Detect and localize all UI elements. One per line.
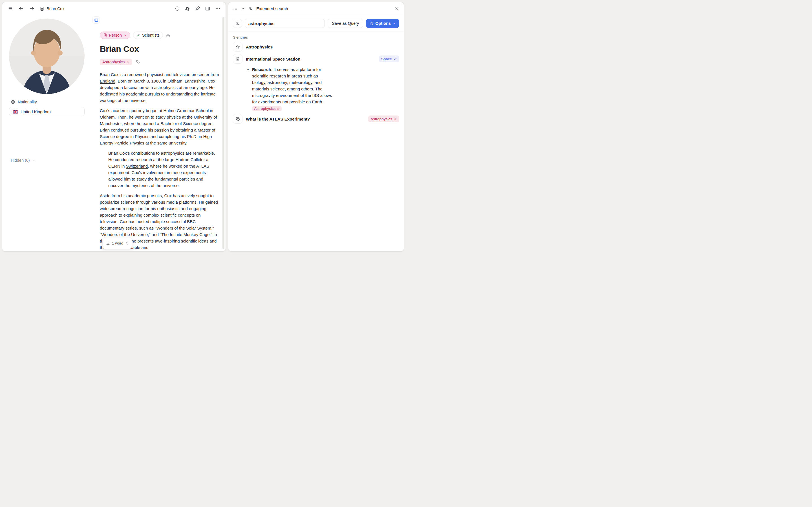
person-card-icon	[103, 33, 107, 37]
paragraph-3: Brian Cox's contributions to astrophysic…	[108, 150, 219, 189]
astrophysics-inline-tag[interactable]: Astrophysics☆	[252, 106, 282, 111]
result-row-astrophysics[interactable]: Astrophysics	[233, 42, 399, 52]
toggle-sidebar-button[interactable]	[93, 16, 100, 24]
satellite-icon	[393, 57, 397, 61]
search-bar: Save as Query Options	[229, 15, 404, 32]
graph-view-button[interactable]	[185, 6, 190, 11]
entries-count: 3 entries	[233, 35, 399, 40]
tag-label: Astrophysics	[102, 60, 124, 64]
globe-icon	[11, 100, 15, 104]
document-area: Person	[95, 15, 225, 251]
list-icon	[7, 6, 13, 11]
star-object-button[interactable]	[233, 42, 243, 52]
archive-button[interactable]	[166, 33, 170, 38]
save-as-query-button[interactable]: Save as Query	[327, 19, 363, 28]
nationality-value: United Kingdom	[20, 109, 51, 114]
paragraph-2: Cox's academic journey began at Hulme Gr…	[100, 107, 219, 146]
search-list-icon	[235, 21, 240, 26]
options-button[interactable]: Options	[366, 19, 399, 28]
document-icon	[236, 57, 240, 61]
star-icon: ☆	[126, 60, 130, 64]
excerpt-bold: Research	[252, 67, 271, 72]
nationality-value-field[interactable]: United Kingdom	[9, 107, 85, 116]
uk-flag-icon	[13, 110, 18, 114]
panel-header: Extended search	[229, 2, 404, 15]
focus-mode-button[interactable]	[174, 6, 180, 11]
forward-button[interactable]	[29, 6, 35, 11]
dashed-circle-icon	[174, 6, 180, 11]
astrophysics-result-tag[interactable]: Astrophysics ☆	[368, 115, 399, 122]
note-window: Brian Cox	[2, 2, 225, 251]
back-button[interactable]	[18, 6, 24, 11]
chat-object-button[interactable]	[233, 114, 243, 124]
object-badges: Person	[100, 32, 219, 39]
bar-chart-icon	[106, 241, 110, 245]
page-object-button[interactable]	[233, 54, 243, 64]
result-row-atlas[interactable]: What is the ATLAS Experiment? Astrophysi…	[233, 114, 399, 124]
profile-photo	[9, 18, 85, 94]
search-input[interactable]	[245, 19, 325, 28]
sliders-icon	[369, 21, 373, 25]
archive-icon	[166, 33, 170, 38]
split-view-button[interactable]	[205, 6, 210, 11]
tab-title: Brian Cox	[47, 6, 64, 11]
object-type-label: Person	[109, 33, 122, 38]
result-title: What is the ATLAS Experiment?	[246, 117, 310, 121]
chevron-down-icon	[241, 6, 245, 11]
drag-handle-icon[interactable]	[233, 7, 238, 11]
space-tag[interactable]: Space	[379, 55, 399, 62]
result-title: International Space Station	[246, 57, 300, 61]
search-filter-button[interactable]	[233, 19, 242, 28]
close-icon	[395, 6, 399, 11]
arrow-right-icon	[29, 6, 35, 11]
chevron-down-icon	[32, 159, 36, 162]
arrow-left-icon	[18, 6, 24, 11]
result-tag-label: Astrophysics	[370, 117, 392, 121]
chevron-down-icon	[393, 22, 396, 25]
document-body: Brian Cox is a renowned physicist and te…	[100, 71, 219, 251]
test-tube-icon	[137, 33, 140, 37]
object-type-badge[interactable]: Person	[100, 32, 130, 39]
profile-sidebar: Nationality United Kingdom	[2, 15, 95, 251]
star-icon: ☆	[277, 107, 280, 111]
link-switzerland[interactable]: Switzerland	[126, 164, 148, 168]
menu-list-button[interactable]	[7, 6, 13, 11]
tag-row: Astrophysics ☆	[100, 59, 219, 65]
app-stage: Brian Cox	[0, 0, 406, 253]
result-row-iss[interactable]: International Space Station Space	[233, 54, 399, 64]
space-tag-label: Space	[381, 57, 392, 61]
more-options-button[interactable]	[215, 6, 220, 11]
nationality-label: Nationality	[18, 100, 37, 104]
link-england[interactable]: England	[100, 78, 115, 83]
note-toolbar: Brian Cox	[2, 2, 225, 15]
search-results: 3 entries Astrophysics	[229, 32, 404, 124]
collapse-panel-button[interactable]	[241, 6, 245, 11]
star-icon: ☆	[394, 117, 397, 121]
extended-search-icon	[248, 6, 253, 11]
add-tag-button[interactable]	[136, 60, 140, 64]
word-count-label: 1 word	[112, 241, 123, 245]
extended-search-panel: Extended search	[229, 2, 404, 251]
open-tab[interactable]: Brian Cox	[40, 6, 64, 11]
page-title: Brian Cox	[100, 44, 219, 54]
word-count-pill[interactable]: 1 word	[102, 237, 132, 249]
nationality-property: Nationality	[11, 100, 95, 104]
tag-icon	[136, 60, 140, 64]
hidden-properties-toggle[interactable]: Hidden (6)	[11, 158, 36, 163]
pin-icon	[195, 6, 200, 11]
collection-label: Scientists	[142, 33, 160, 38]
star-icon	[236, 45, 240, 49]
inline-tag-label: Astrophysics	[254, 107, 276, 111]
chevron-down-icon	[123, 34, 127, 37]
astrophysics-tag[interactable]: Astrophysics ☆	[100, 59, 132, 65]
collection-badge[interactable]: Scientists	[133, 32, 163, 39]
pin-button[interactable]	[195, 6, 200, 11]
sidebar-panel-icon	[94, 18, 98, 22]
close-panel-button[interactable]	[395, 6, 399, 11]
document-scrollbar[interactable]	[222, 17, 224, 249]
graph-icon	[185, 6, 190, 11]
paragraph-1: Brian Cox is a renowned physicist and te…	[100, 71, 219, 104]
result-excerpt: Research: It serves as a platform for sc…	[252, 66, 332, 112]
layout-panel-icon	[205, 6, 210, 11]
hidden-toggle-label: Hidden (6)	[11, 158, 30, 163]
